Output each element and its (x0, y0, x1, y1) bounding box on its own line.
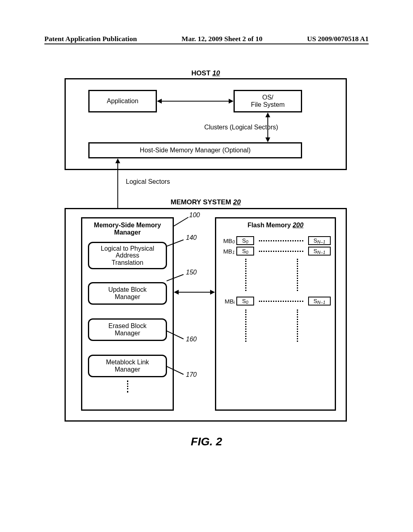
page: Patent Application Publication Mar. 12, … (0, 0, 413, 532)
os-line1: OS/ (262, 94, 273, 101)
mb1-label: MB1 (219, 247, 235, 256)
leader-140 (167, 239, 185, 247)
memory-side-memory-manager-box: Memory-Side Memory Manager Logical to Ph… (81, 217, 174, 411)
update-block-manager-box: Update Block Manager (88, 282, 167, 305)
svg-line-0 (174, 217, 188, 226)
callout-100: 100 (189, 212, 200, 219)
header-left: Patent Application Publication (44, 35, 137, 43)
leader-100 (174, 216, 190, 227)
msmm-title: Memory-Side Memory Manager (82, 222, 173, 236)
host-title: HOST 10 (65, 69, 347, 77)
arrow-app-os-line (162, 101, 229, 102)
arrow-os-hsmm-up-head-icon (265, 112, 270, 117)
page-header: Patent Application Publication Mar. 12, … (0, 35, 413, 43)
callout-170: 170 (186, 371, 197, 378)
flash-vdots-1b-icon (297, 259, 298, 291)
mb1-row: S0 SN–1 (236, 247, 331, 256)
hsmm-label: Host-Side Memory Manager (Optional) (140, 147, 251, 154)
mb0-s0: S0 (236, 236, 254, 245)
logical-sectors-label: Logical Sectors (126, 178, 170, 185)
mbi-dots-icon (259, 301, 303, 302)
mb1-dots-icon (259, 251, 303, 252)
figure-caption: FIG. 2 (0, 435, 413, 448)
application-label: Application (107, 98, 138, 105)
callout-140: 140 (186, 234, 197, 241)
arrow-ubm-flash-left-head-icon (174, 290, 179, 295)
memory-system-title: MEMORY SYSTEM 20 (65, 198, 347, 206)
metablock-link-manager-box: Metablock Link Manager (88, 355, 167, 377)
svg-line-3 (167, 331, 184, 339)
arrow-os-hsmm-down-head-icon (265, 137, 270, 142)
flash-vdots-2a-icon (245, 310, 246, 342)
mb0-label: MB0 (219, 236, 235, 245)
svg-line-2 (167, 274, 184, 281)
leader-150 (167, 274, 185, 282)
leader-160 (167, 330, 185, 340)
os-line2: File System (251, 101, 285, 108)
mbi-row: S0 SN–1 (236, 297, 331, 305)
callout-150: 150 (186, 269, 197, 276)
mbi-s0: S0 (236, 297, 254, 305)
arrow-os-hsmm-line (267, 117, 268, 137)
mb0-row: S0 SN–1 (236, 236, 331, 245)
arrow-app-os-left-head-icon (157, 99, 162, 104)
memory-system-box: Memory-Side Memory Manager Logical to Ph… (65, 208, 347, 422)
flash-vdots-2b-icon (297, 310, 298, 342)
svg-line-1 (167, 240, 184, 246)
application-box: Application (88, 90, 157, 112)
flash-vdots-1a-icon (245, 259, 246, 291)
host-side-memory-manager-box: Host-Side Memory Manager (Optional) (88, 142, 302, 158)
header-center: Mar. 12, 2009 Sheet 2 of 10 (181, 35, 263, 43)
mb0-sn1: SN–1 (308, 236, 331, 245)
os-filesystem-box: OS/ File System (234, 90, 302, 112)
header-rule (44, 44, 369, 44)
mbi-sn1: SN–1 (308, 297, 331, 305)
leader-170 (167, 366, 185, 375)
arrow-ubm-flash-right-head-icon (210, 290, 215, 295)
svg-line-4 (167, 366, 184, 374)
host-box: Application OS/ File System Clusters (Lo… (65, 78, 347, 170)
erased-block-manager-box: Erased Block Manager (88, 318, 167, 341)
flash-memory-box: Flash Memory 200 MB0 S0 SN–1 MB1 S0 (215, 217, 336, 411)
mb0-dots-icon (259, 240, 303, 241)
clusters-label: Clusters (Logical Sectors) (179, 124, 304, 131)
callout-160: 160 (186, 336, 197, 343)
block-diagram: HOST 10 Application OS/ File System Clus… (65, 73, 347, 422)
arrow-ubm-flash-line (179, 292, 210, 293)
flash-title: Flash Memory 200 (216, 222, 335, 229)
msmm-ellipsis-dots-icon (127, 380, 128, 393)
mb1-sn1: SN–1 (308, 247, 331, 256)
mb1-s0: S0 (236, 247, 254, 256)
header-right: US 2009/0070518 A1 (307, 35, 369, 43)
arrow-app-os-right-head-icon (229, 99, 234, 104)
logical-to-physical-box: Logical to Physical Address Translation (88, 242, 167, 269)
mbi-label: MBi (219, 297, 235, 305)
arrow-hsmm-msmm-up-head-icon (115, 158, 120, 163)
